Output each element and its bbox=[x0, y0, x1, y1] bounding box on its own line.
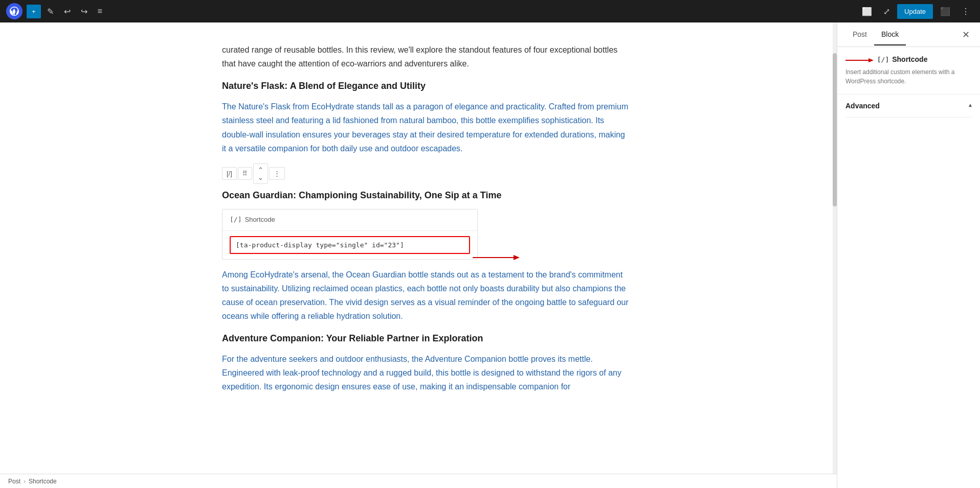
tab-post[interactable]: Post bbox=[845, 24, 874, 45]
blue-link-text: The Nature's Flask from EcoHydrate stand… bbox=[222, 102, 628, 153]
svg-marker-3 bbox=[868, 58, 874, 62]
shortcode-panel-desc: Insert additional custom elements with a… bbox=[845, 67, 972, 86]
advanced-section-header[interactable]: Advanced ▾ bbox=[845, 95, 972, 118]
adventure-companion-paragraph: For the adventure seekers and outdoor en… bbox=[222, 352, 631, 394]
more-block-options-button[interactable]: ⋮ bbox=[269, 167, 285, 180]
panel-header: Post Block ✕ bbox=[837, 22, 980, 47]
tab-block[interactable]: Block bbox=[874, 24, 906, 45]
breadcrumb: Post › Shortcode bbox=[0, 474, 837, 488]
chevron-down-icon: ▾ bbox=[969, 102, 972, 109]
move-up-down-button[interactable]: ⌃⌄ bbox=[253, 164, 268, 184]
list-view-button[interactable]: ≡ bbox=[94, 4, 106, 19]
external-link-icon[interactable]: ⤢ bbox=[879, 4, 894, 19]
toolbar: + ✎ ↩ ↪ ≡ ⬜ ⤢ Update ⬛ ⋮ bbox=[0, 0, 980, 22]
shortcode-block-type-button[interactable]: [/] bbox=[222, 167, 237, 180]
panel-tabs: Post Block bbox=[845, 24, 906, 45]
arrow-annotation-svg bbox=[473, 252, 524, 263]
ocean-guardian-paragraph: Among EcoHydrate's arsenal, the Ocean Gu… bbox=[222, 268, 631, 323]
adventure-companion-blue-text: For the adventure seekers and outdoor en… bbox=[222, 355, 621, 391]
toolbar-right: ⬜ ⤢ Update ⬛ ⋮ bbox=[858, 4, 974, 19]
natures-flask-paragraph: The Nature's Flask from EcoHydrate stand… bbox=[222, 100, 631, 155]
main-layout: curated range of reusable bottles. In th… bbox=[0, 22, 980, 488]
shortcode-panel-icon: [/] bbox=[877, 56, 889, 63]
panel-arrow-container bbox=[845, 56, 877, 64]
editor-area[interactable]: curated range of reusable bottles. In th… bbox=[0, 22, 833, 488]
breadcrumb-separator: › bbox=[24, 478, 26, 485]
shortcode-panel-title-text: Shortcode bbox=[892, 55, 927, 63]
advanced-section: Advanced ▾ bbox=[837, 95, 980, 118]
more-options-icon[interactable]: ⋮ bbox=[957, 4, 974, 19]
heading-natures-flask: Nature's Flask: A Blend of Elegance and … bbox=[222, 79, 631, 94]
shortcode-block-header: [/] Shortcode bbox=[222, 210, 477, 231]
shortcode-block: [/] Shortcode bbox=[222, 209, 478, 260]
tools-button[interactable]: ✎ bbox=[43, 4, 58, 19]
svg-marker-1 bbox=[514, 255, 520, 260]
breadcrumb-shortcode[interactable]: Shortcode bbox=[29, 478, 57, 485]
undo-button[interactable]: ↩ bbox=[60, 4, 75, 19]
shortcode-section-title: [/] Shortcode bbox=[877, 55, 972, 63]
wordpress-logo[interactable] bbox=[6, 3, 23, 19]
settings-icon[interactable]: ⬛ bbox=[936, 4, 954, 19]
scrollbar-thumb[interactable] bbox=[833, 53, 837, 206]
shortcode-panel-section: [/] Shortcode Insert additional custom e… bbox=[837, 47, 980, 95]
shortcode-input-wrapper bbox=[222, 231, 477, 259]
panel-red-arrow bbox=[845, 56, 876, 64]
panel-close-button[interactable]: ✕ bbox=[960, 27, 972, 42]
redo-button[interactable]: ↪ bbox=[77, 4, 92, 19]
shortcode-header-icon: [/] bbox=[230, 215, 241, 225]
content-area: curated range of reusable bottles. In th… bbox=[222, 43, 631, 394]
right-panel: Post Block ✕ [/] Shortcode Inser bbox=[837, 22, 980, 488]
heading-adventure-companion: Adventure Companion: Your Reliable Partn… bbox=[222, 331, 631, 346]
breadcrumb-post[interactable]: Post bbox=[8, 478, 20, 485]
shortcode-icon-small: [/] bbox=[227, 170, 232, 177]
ocean-guardian-blue-text: Among EcoHydrate's arsenal, the Ocean Gu… bbox=[222, 270, 629, 321]
block-toolbar: [/] ⠿ ⌃⌄ ⋮ bbox=[222, 164, 631, 184]
advanced-title: Advanced bbox=[845, 102, 880, 110]
panel-arrow-row: [/] Shortcode bbox=[845, 55, 972, 65]
update-button[interactable]: Update bbox=[897, 4, 933, 19]
shortcode-block-label: Shortcode bbox=[244, 215, 275, 225]
add-block-button[interactable]: + bbox=[27, 5, 41, 18]
heading-ocean-guardian: Ocean Guardian: Championing Sustainabili… bbox=[222, 188, 631, 203]
intro-paragraph: curated range of reusable bottles. In th… bbox=[222, 43, 631, 71]
preview-icon[interactable]: ⬜ bbox=[858, 4, 876, 19]
shortcode-input[interactable] bbox=[230, 236, 470, 254]
editor-scrollbar[interactable] bbox=[833, 22, 837, 488]
drag-handle-button[interactable]: ⠿ bbox=[238, 167, 252, 180]
